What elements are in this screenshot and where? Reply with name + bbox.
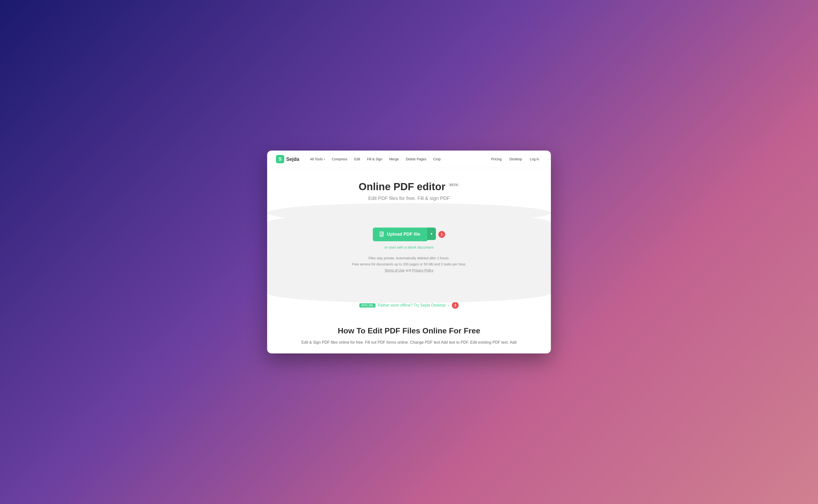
nav-login[interactable]: Log in	[527, 155, 542, 163]
nav-all-tools[interactable]: All Tools ▾	[307, 155, 328, 163]
upload-btn-wrapper: Upload PDF file ▾ 1	[373, 228, 445, 241]
upload-area: Upload PDF file ▾ 1 or start with a blan…	[277, 228, 541, 274]
blank-doc-link[interactable]: or start with a blank document	[385, 245, 433, 249]
nav-crop[interactable]: Crop	[430, 155, 443, 163]
file-info: Files stay private. Automatically delete…	[352, 255, 466, 274]
wave-bottom-shape	[267, 283, 551, 303]
file-info-line2: Free service for documents up to 200 pag…	[352, 261, 466, 267]
file-info-line1: Files stay private. Automatically delete…	[352, 255, 466, 261]
nav-merge[interactable]: Merge	[386, 155, 402, 163]
pdf-file-icon	[380, 231, 385, 237]
hero-title-text: Online PDF editor	[359, 181, 445, 193]
nav-compress[interactable]: Compress	[329, 155, 350, 163]
all-tools-chevron-icon: ▾	[324, 158, 325, 161]
bottom-title: How To Edit PDF Files Online For Free	[277, 326, 541, 335]
logo-text: Sejda	[286, 156, 299, 162]
offline-chevron-icon: ›	[448, 303, 449, 307]
dropdown-chevron-icon: ▾	[431, 231, 432, 236]
terms-link[interactable]: Terms of Use	[385, 268, 405, 272]
main-window: S Sejda All Tools ▾ Compress Edit Fill &…	[267, 151, 551, 353]
wave-section: Upload PDF file ▾ 1 or start with a blan…	[267, 213, 551, 293]
privacy-link[interactable]: Privacy Policy	[412, 268, 433, 272]
hero-title-row: Online PDF editor BETA	[277, 181, 541, 193]
offline-desktop-link[interactable]: Rather work offline? Try Sejda Desktop	[378, 303, 446, 307]
nav-desktop[interactable]: Desktop	[506, 155, 525, 163]
navbar: S Sejda All Tools ▾ Compress Edit Fill &…	[267, 151, 551, 168]
offline-row: OFFLINE Rather work offline? Try Sejda D…	[277, 302, 541, 309]
hero-subtitle: Edit PDF files for free. Fill & sign PDF	[277, 196, 541, 201]
upload-dropdown-arrow[interactable]: ▾	[427, 228, 436, 240]
bottom-section: How To Edit PDF Files Online For Free Ed…	[267, 317, 551, 353]
logo-icon: S	[276, 155, 284, 163]
nav-left: All Tools ▾ Compress Edit Fill & Sign Me…	[307, 155, 488, 163]
nav-pricing[interactable]: Pricing	[488, 155, 505, 163]
upload-combined-btn: Upload PDF file ▾	[373, 228, 436, 241]
step-badge-2: 2	[452, 302, 459, 309]
nav-fill-sign[interactable]: Fill & Sign	[364, 155, 385, 163]
nav-delete-pages[interactable]: Delete Pages	[403, 155, 429, 163]
logo-link[interactable]: S Sejda	[276, 155, 299, 163]
svg-rect-0	[380, 232, 383, 237]
nav-right: Pricing Desktop Log in	[488, 155, 542, 163]
beta-badge: BETA	[448, 183, 459, 187]
offline-badge: OFFLINE	[359, 303, 376, 307]
and-text: and	[406, 268, 412, 272]
step-badge-1: 1	[438, 231, 445, 238]
nav-edit[interactable]: Edit	[351, 155, 363, 163]
bottom-description: Edit & Sign PDF files online for free. F…	[277, 339, 541, 346]
hero-section: Online PDF editor BETA Edit PDF files fo…	[267, 168, 551, 201]
upload-pdf-button[interactable]: Upload PDF file	[373, 228, 427, 241]
file-info-links: Terms of Use and Privacy Policy	[352, 267, 466, 274]
